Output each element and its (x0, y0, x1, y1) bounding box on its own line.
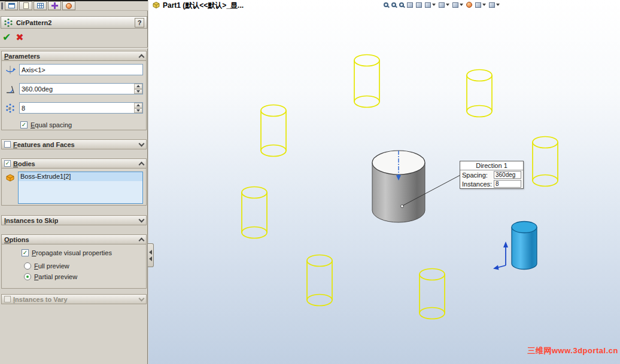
instances-to-skip-header[interactable]: Instances to Skip (1, 215, 147, 225)
expand-chevron-icon (139, 216, 145, 222)
viewport-toolbar (383, 1, 500, 9)
options-body: Propagate visual properties Full preview… (1, 244, 147, 289)
instances-to-skip-section: Instances to Skip (1, 215, 147, 225)
collapse-chevron-icon (139, 238, 145, 244)
design-table-button[interactable] (34, 1, 47, 10)
zoom-fit-icon (384, 2, 388, 7)
count-spinner[interactable] (134, 103, 142, 113)
window-button[interactable] (5, 1, 18, 10)
view-orientation-button[interactable] (424, 1, 436, 9)
preview-cylinder (467, 70, 492, 117)
bodies-section: Bodies Boss-Extrude1[2] (1, 158, 147, 206)
instances-to-vary-header[interactable]: Instances to Vary (1, 294, 147, 304)
features-and-faces-section: Features and Faces (1, 139, 147, 149)
part-icon (152, 1, 160, 11)
seed-body-cylinder[interactable] (512, 222, 537, 270)
solid-body-icon (5, 172, 16, 182)
design-table-icon (37, 3, 44, 8)
view-settings-button[interactable] (488, 1, 500, 9)
appearance-icon (66, 3, 72, 9)
preview-cylinder (261, 105, 286, 157)
features-and-faces-header[interactable]: Features and Faces (1, 139, 147, 149)
bodies-title: Bodies (13, 160, 35, 167)
section-view-button[interactable] (415, 1, 423, 9)
parameters-title: Parameters (4, 53, 40, 60)
preview-cylinder (242, 187, 267, 238)
svg-text:#: # (8, 106, 11, 111)
zoom-in-out-button[interactable] (399, 1, 405, 9)
collapse-left-arrow-icon (149, 256, 152, 261)
pattern-angle-field[interactable] (19, 83, 143, 94)
preview-cylinder (307, 255, 332, 306)
callout-title: Direction 1 (460, 161, 523, 170)
zoom-area-icon (391, 2, 396, 7)
property-manager-title: CirPattern2 (16, 19, 51, 26)
annotation-icon (23, 2, 29, 9)
edit-appearance-icon (466, 2, 472, 8)
previous-view-button[interactable] (406, 1, 414, 9)
instance-count-field[interactable] (19, 102, 143, 114)
hide-show-items-icon (452, 2, 458, 8)
propagate-visual-properties-checkbox[interactable] (22, 249, 29, 256)
view-orientation-icon (425, 2, 431, 8)
parameters-section: Parameters (1, 51, 147, 130)
pattern-angle-icon (5, 84, 16, 94)
cancel-button[interactable] (16, 32, 23, 43)
spacing-label: Spacing: (462, 172, 488, 179)
full-preview-label: Full preview (34, 262, 69, 270)
bodies-checkbox[interactable] (4, 160, 11, 167)
spinner-down-icon[interactable] (134, 89, 142, 94)
instances-to-vary-checkbox[interactable] (4, 296, 11, 302)
scene-canvas[interactable] (148, 0, 620, 364)
graphics-viewport[interactable]: Part1 (默认<<默认>_显... Direction 1 Spacing:… (148, 0, 620, 364)
spinner-up-icon[interactable] (134, 84, 142, 89)
options-header[interactable]: Options (1, 234, 147, 244)
move-button[interactable] (48, 1, 61, 10)
annotation-button[interactable] (19, 1, 32, 10)
equal-spacing-checkbox[interactable] (20, 121, 28, 129)
panel-collapse-handle[interactable] (148, 243, 154, 267)
list-item[interactable]: Boss-Extrude1[2] (19, 172, 142, 181)
full-preview-radio[interactable] (24, 262, 31, 270)
parameters-header[interactable]: Parameters (1, 51, 147, 61)
partial-preview-radio[interactable] (24, 273, 31, 280)
parameters-body: # Equal spacing (1, 61, 147, 130)
divider (0, 47, 148, 48)
origin-triad-icon (493, 241, 508, 270)
options-title: Options (4, 236, 29, 243)
zoom-area-button[interactable] (391, 1, 397, 9)
angle-spinner[interactable] (134, 84, 142, 94)
pattern-source-cylinder[interactable] (372, 151, 425, 222)
property-manager-actions (2, 30, 24, 44)
previous-view-icon (407, 2, 413, 8)
spinner-down-icon[interactable] (134, 108, 142, 114)
propagate-visual-properties-label: Propagate visual properties (32, 249, 112, 256)
hide-show-items-button[interactable] (452, 1, 464, 9)
preview-cylinder (533, 137, 558, 186)
dropdown-caret-icon (482, 4, 486, 6)
bodies-header[interactable]: Bodies (1, 158, 147, 169)
zoom-fit-button[interactable] (383, 1, 389, 9)
instances-value-field[interactable]: 8 (494, 180, 521, 188)
toolbar-grip[interactable] (1, 2, 3, 10)
pattern-axis-field[interactable] (19, 64, 143, 75)
display-style-button[interactable] (438, 1, 450, 9)
instances-to-skip-title: Instances to Skip (4, 217, 58, 224)
pattern-axis-icon (5, 65, 16, 75)
partial-preview-label: Partial preview (34, 273, 77, 280)
edit-appearance-button[interactable] (466, 1, 473, 9)
apply-scene-button[interactable] (475, 1, 487, 9)
document-title: Part1 (默认<<默认>_显... (152, 1, 244, 11)
options-section: Options Propagate visual properties Full… (1, 234, 147, 289)
help-button[interactable]: ? (135, 18, 144, 27)
features-and-faces-checkbox[interactable] (4, 141, 11, 148)
appearance-button[interactable] (62, 1, 75, 10)
spacing-value-field[interactable]: 360deg (494, 171, 521, 179)
instances-label: Instances: (462, 181, 492, 188)
bodies-selection-listbox[interactable]: Boss-Extrude1[2] (18, 172, 143, 204)
section-view-icon (416, 2, 422, 8)
spinner-up-icon[interactable] (134, 103, 142, 108)
window-icon (8, 3, 15, 8)
move-icon (51, 2, 58, 9)
ok-button[interactable] (2, 31, 11, 44)
